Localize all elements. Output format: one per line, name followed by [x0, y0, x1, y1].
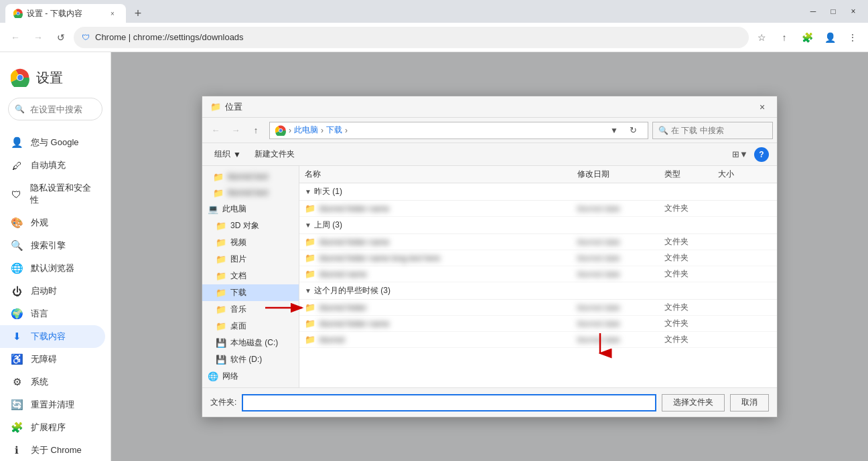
- new-folder-button[interactable]: 新建文件夹: [250, 147, 299, 162]
- new-tab-button[interactable]: +: [129, 4, 147, 23]
- path-bar[interactable]: › 此电脑 › 下载 › ▼ ↻: [269, 122, 648, 139]
- dialog-sidebar-item-picture[interactable]: 📁 图片: [202, 251, 299, 268]
- cancel-button[interactable]: 取消: [730, 394, 769, 411]
- dialog-title-bar: 📁 位置 ×: [202, 96, 777, 118]
- folder-input[interactable]: [242, 394, 656, 411]
- path-refresh-btn[interactable]: ↻: [624, 121, 642, 140]
- maximize-btn[interactable]: □: [824, 2, 843, 21]
- sidebar-item-downloads[interactable]: ⬇ 下载内容: [0, 325, 105, 348]
- file-date: blurred date: [577, 204, 664, 213]
- sidebar-item-search[interactable]: 🔍 搜索引擎: [0, 234, 105, 257]
- dialog-footer: 文件夹: 选择文件夹 取消: [202, 387, 777, 417]
- dialog-search-box[interactable]: 🔍: [652, 122, 773, 139]
- window-close-btn[interactable]: ×: [844, 2, 863, 21]
- sidebar-item-startup[interactable]: ⏻ 启动时: [0, 280, 105, 302]
- refresh-btn[interactable]: ↺: [51, 27, 71, 48]
- select-folder-button[interactable]: 选择文件夹: [662, 394, 725, 411]
- sidebar-item-system[interactable]: ⚙ 系统: [0, 371, 105, 393]
- view-toggle-btn[interactable]: ⊞ ▼: [731, 146, 749, 163]
- col-name[interactable]: 名称: [305, 169, 577, 180]
- extensions-btn[interactable]: 🧩: [797, 27, 817, 48]
- col-size[interactable]: 大小: [718, 169, 772, 180]
- minimize-btn[interactable]: ─: [804, 2, 822, 21]
- table-row[interactable]: 📁 blurred name blurred date 文件夹: [299, 266, 777, 282]
- group-header-yesterday[interactable]: ▼ 昨天 (1): [299, 183, 777, 201]
- dialog-sidebar-item-downloads[interactable]: 📁 下载: [202, 284, 299, 301]
- sidebar-item-autofill[interactable]: 🖊 自动填充: [0, 154, 105, 177]
- dialog-sidebar-item-computer[interactable]: 💻 此电脑: [202, 201, 299, 217]
- sidebar-item-google[interactable]: 👤 您与 Google: [0, 131, 105, 154]
- dialog-sidebar-item-network[interactable]: 🌐 网络: [202, 368, 299, 385]
- sidebar-item-appearance[interactable]: 🎨 外观: [0, 211, 105, 234]
- table-row[interactable]: 📁 blurred blurred date 文件夹: [299, 332, 777, 348]
- folder-video-icon: 📁: [216, 238, 226, 248]
- help-button[interactable]: ?: [754, 147, 769, 162]
- drive-d-icon: 💾: [216, 355, 226, 365]
- dialog-close-button[interactable]: ×: [755, 100, 769, 114]
- file-date: blurred date: [577, 303, 664, 312]
- group-header-thismonth[interactable]: ▼ 这个月的早些时候 (3): [299, 282, 777, 300]
- sidebar-item-extensions[interactable]: 🧩 扩展程序: [0, 416, 105, 439]
- sidebar-item-browser[interactable]: 🌐 默认浏览器: [0, 257, 105, 280]
- forward-btn[interactable]: →: [28, 27, 48, 48]
- profile-btn[interactable]: 👤: [820, 27, 840, 48]
- share-btn[interactable]: ↑: [774, 27, 794, 48]
- path-sep-3: ›: [345, 126, 348, 135]
- col-type[interactable]: 类型: [664, 169, 718, 180]
- address-bar[interactable]: 🛡 Chrome | chrome://settings/downloads: [74, 27, 749, 48]
- sidebar-item-reset[interactable]: 🔄 重置并清理: [0, 393, 105, 416]
- appearance-icon: 🎨: [11, 217, 23, 229]
- sidebar-item-label-c-drive: 本地磁盘 (C:): [230, 337, 278, 349]
- path-computer[interactable]: 此电脑: [294, 124, 318, 136]
- sidebar-label-startup: 启动时: [31, 285, 57, 297]
- sidebar-item-label-picture: 图片: [230, 254, 246, 265]
- folder-item-icon: 📁: [305, 253, 315, 263]
- settings-search-bar[interactable]: 🔍: [8, 98, 102, 120]
- dialog-forward-btn[interactable]: →: [226, 121, 245, 140]
- chrome-logo: [11, 68, 29, 87]
- organize-button[interactable]: 组织 ▼: [210, 147, 245, 162]
- bookmark-btn[interactable]: ☆: [751, 27, 772, 48]
- folder-label: 文件夹:: [210, 397, 236, 408]
- dialog-back-btn[interactable]: ←: [206, 121, 225, 140]
- back-btn[interactable]: ←: [5, 27, 25, 48]
- table-row[interactable]: 📁 blurred folder name blurred date 文件夹: [299, 201, 777, 217]
- table-row[interactable]: 📁 blurred folder name long text here blu…: [299, 250, 777, 266]
- sidebar-item-privacy[interactable]: 🛡 隐私设置和安全性: [0, 177, 105, 211]
- autofill-icon: 🖊: [11, 159, 23, 171]
- table-row[interactable]: 📁 blurred folder name blurred date 文件夹: [299, 316, 777, 332]
- path-downloads[interactable]: 下载: [326, 124, 342, 136]
- dialog-up-btn[interactable]: ↑: [246, 121, 265, 140]
- path-dropdown-btn[interactable]: ▼: [610, 126, 618, 135]
- table-row[interactable]: 📁 blurred folder blurred date 文件夹: [299, 300, 777, 316]
- dialog-sidebar-item-c-drive[interactable]: 💾 本地磁盘 (C:): [202, 335, 299, 351]
- dialog-sidebar-item-video[interactable]: 📁 视频: [202, 234, 299, 251]
- dialog-sidebar-item-3d[interactable]: 📁 3D 对象: [202, 217, 299, 234]
- active-tab[interactable]: 设置 - 下载内容 ×: [5, 4, 126, 23]
- dialog-sidebar-item-music[interactable]: 📁 音乐: [202, 301, 299, 318]
- dialog-sidebar-item-blurred1[interactable]: 📁 blurred text: [202, 169, 299, 185]
- dialog-search-input[interactable]: [671, 126, 772, 135]
- col-date[interactable]: 修改日期: [577, 169, 664, 180]
- group-header-lastweek[interactable]: ▼ 上周 (3): [299, 217, 777, 234]
- nav-actions: ☆ ↑ 🧩 👤 ⋮: [751, 27, 863, 48]
- dialog-search-icon: 🔍: [658, 126, 668, 135]
- sidebar-item-accessibility[interactable]: ♿ 无障碍: [0, 348, 105, 371]
- table-row[interactable]: 📁 blurred folder name blurred date 文件夹: [299, 234, 777, 250]
- language-icon: 🌍: [11, 308, 23, 320]
- folder-3d-icon: 📁: [216, 221, 226, 232]
- system-icon: ⚙: [11, 376, 23, 388]
- file-type: 文件夹: [664, 334, 718, 345]
- dialog-sidebar-item-blurred2[interactable]: 📁 blurred text: [202, 185, 299, 201]
- settings-page-title: 设置: [36, 69, 63, 87]
- dialog-sidebar-item-desktop[interactable]: 📁 桌面: [202, 318, 299, 335]
- browser-icon: 🌐: [11, 262, 23, 274]
- sidebar-item-language[interactable]: 🌍 语言: [0, 302, 105, 325]
- folder-music-icon: 📁: [216, 304, 226, 315]
- dialog-sidebar-item-docs[interactable]: 📁 文档: [202, 268, 299, 284]
- folder-item-icon: 📁: [305, 335, 315, 345]
- dialog-sidebar-item-d-drive[interactable]: 💾 软件 (D:): [202, 351, 299, 368]
- menu-btn[interactable]: ⋮: [843, 27, 863, 48]
- tab-close-btn[interactable]: ×: [107, 8, 118, 19]
- sidebar-item-about[interactable]: ℹ 关于 Chrome: [0, 439, 105, 461]
